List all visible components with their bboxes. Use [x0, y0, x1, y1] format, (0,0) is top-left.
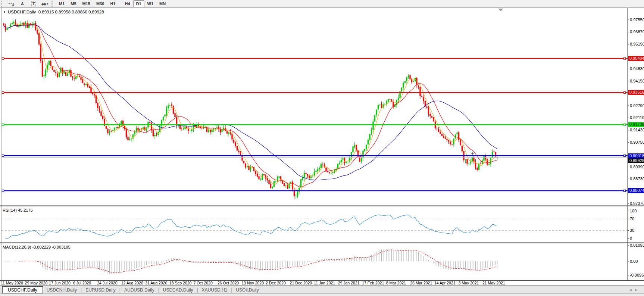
- panel-borders: [0, 8, 644, 281]
- price-axis-tick: 0.87370: [630, 201, 644, 206]
- price-axis-tick: 0.96870: [630, 29, 644, 34]
- price-axis-tick: 0.94830: [630, 66, 644, 71]
- date-axis-label: 12 Aug 2020: [121, 281, 143, 285]
- rsi-axis-tick: 0: [630, 236, 644, 240]
- symbol-tab-usoil[interactable]: USOil,Daily: [232, 287, 262, 293]
- price-axis-tick: 0.91430: [630, 128, 644, 132]
- level-price-label[interactable]: 0.91739: [628, 122, 644, 127]
- date-axis-label: 29 Jan 2021: [338, 281, 360, 285]
- price-axis-tick: 0.90750: [630, 140, 644, 144]
- price-axis-tick: 0.96190: [630, 42, 644, 46]
- macd-axis-tick: 0.010933: [630, 243, 644, 247]
- current-price-label: 0.89928: [628, 158, 644, 163]
- date-axis-label: 18 Sep 2020: [169, 281, 192, 285]
- date-axis-label: 21 Dec 2020: [290, 281, 312, 285]
- tab-scroll-left-icon[interactable]: ◂: [629, 287, 635, 292]
- level-price-label[interactable]: 0.90018: [628, 153, 644, 158]
- symbol-tab-usdchf[interactable]: USDCHF,Daily: [2, 286, 43, 293]
- rsi-pane-label: RSI(14) 45.2175: [3, 208, 33, 212]
- chart-title: ▼USDCHF,Daily 0.89915 0.89958 0.89866 0.…: [3, 10, 104, 14]
- level-price-label[interactable]: 0.95404: [628, 56, 644, 61]
- date-axis-label: 7 Oct 2020: [193, 281, 212, 285]
- date-axis-label: 11 May 2020: [1, 281, 23, 285]
- mt4-window: F A T ◆◆ ▾ M1M5M15M30H1H4D1W1MN ▼USDCHF,…: [0, 0, 644, 296]
- rsi-axis-tick: 70: [630, 216, 644, 221]
- level-price-label[interactable]: 0.93516: [628, 90, 644, 95]
- macd-pane-label: MACD(12,26,9) -0.002229 -0.003195: [3, 245, 71, 249]
- symbol-tabbar: USDCHF,DailyUSDCNH,Daily|EURUSD,Daily|AU…: [0, 286, 644, 293]
- date-axis-label: 24 Jul 2020: [97, 281, 117, 285]
- rsi-axis-tick: 100: [630, 209, 644, 213]
- statusbar-strip: [0, 293, 644, 296]
- chart-ohlc-readout: 0.89915 0.89958 0.89866 0.89928: [38, 10, 104, 14]
- price-axis-tick: 0.92110: [630, 115, 644, 120]
- date-axis-label: 29 May 2020: [25, 281, 48, 285]
- macd-axis-tick: 0.00: [630, 259, 644, 264]
- macd-indicator: [4, 249, 497, 274]
- symbol-tab-audusd[interactable]: AUDUSD,Daily: [121, 287, 158, 293]
- chart-shift-marker: [498, 9, 503, 11]
- price-axis-tick: 0.92790: [630, 103, 644, 108]
- symbol-tab-usdcnh[interactable]: USDCNH,Daily: [43, 287, 81, 293]
- symbol-tab-eurusd[interactable]: EURUSD,Daily: [82, 287, 119, 293]
- date-axis-label: 8 Mar 2021: [386, 281, 406, 285]
- symbol-tab-xauusd[interactable]: XAUUSD,H1: [198, 287, 231, 293]
- date-axis-label: 26 Mar 2021: [410, 281, 432, 285]
- date-axis-label: 31 Aug 2020: [145, 281, 167, 285]
- level-price-label[interactable]: 0.88074: [628, 188, 644, 193]
- chart-canvas[interactable]: [0, 0, 644, 296]
- price-axis-tick: 0.88730: [630, 177, 644, 181]
- date-axis-label: 17 Feb 2021: [362, 281, 384, 285]
- price-axis-tick: 0.97550: [630, 18, 644, 22]
- date-axis-label: 17 Jun 2020: [49, 281, 71, 285]
- price-axis-tick: 0.89390: [630, 165, 644, 169]
- date-axis-label: 2 Dec 2020: [266, 281, 286, 285]
- price-axis-tick: 0.94150: [630, 79, 644, 83]
- chart-symbol-period: USDCHF,Daily: [8, 10, 36, 14]
- cross-marker: [471, 152, 474, 155]
- date-axis-label: 3 May 2021: [458, 281, 479, 285]
- macd-axis-tick: -0.009653: [630, 273, 644, 277]
- collapse-arrow-icon[interactable]: ▼: [3, 10, 6, 14]
- date-axis-label: 21 May 2021: [482, 281, 505, 285]
- candlestick-layer: [3, 19, 498, 199]
- symbol-tab-usdcad[interactable]: USDCAD,Daily: [159, 287, 197, 293]
- tab-scroll-arrows[interactable]: ◂▸: [629, 287, 641, 292]
- ma-mid-red-line: [4, 25, 497, 187]
- date-axis-label: 6 Jul 2020: [73, 281, 91, 285]
- date-axis-label: 13 Nov 2020: [242, 281, 264, 285]
- date-axis-label: 11 Jan 2021: [314, 281, 335, 285]
- date-axis-label: 14 Apr 2021: [434, 281, 456, 285]
- date-axis-label: 26 Oct 2020: [218, 281, 239, 285]
- rsi-indicator: [1, 215, 628, 238]
- tab-scroll-right-icon[interactable]: ▸: [635, 287, 641, 292]
- rsi-axis-tick: 30: [630, 228, 644, 233]
